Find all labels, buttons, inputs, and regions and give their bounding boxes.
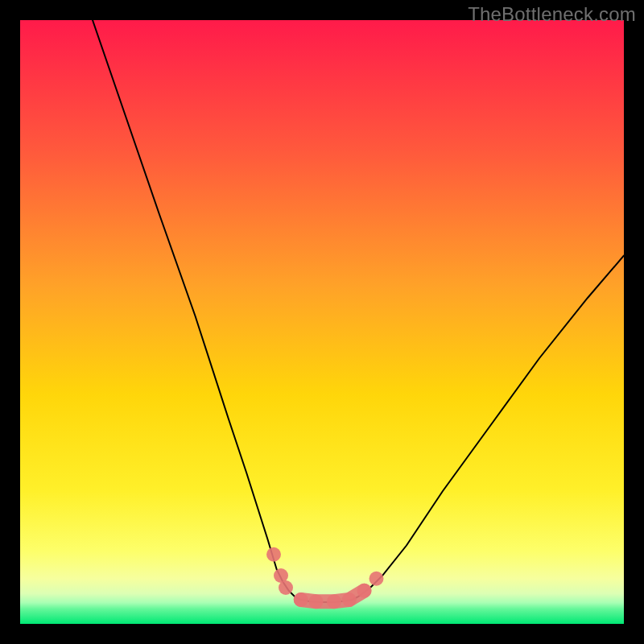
marker-point [309,594,324,609]
marker-point [327,594,341,609]
watermark-text: TheBottleneck.com [468,3,636,26]
chart-frame: TheBottleneck.com [0,0,644,644]
heatmap-background [20,20,624,624]
marker-point [369,572,384,586]
marker-point [266,547,281,562]
marker-point [357,584,372,598]
bottleneck-chart [20,20,624,624]
marker-point [342,592,357,607]
marker-point [279,580,293,595]
marker-point [294,592,308,607]
